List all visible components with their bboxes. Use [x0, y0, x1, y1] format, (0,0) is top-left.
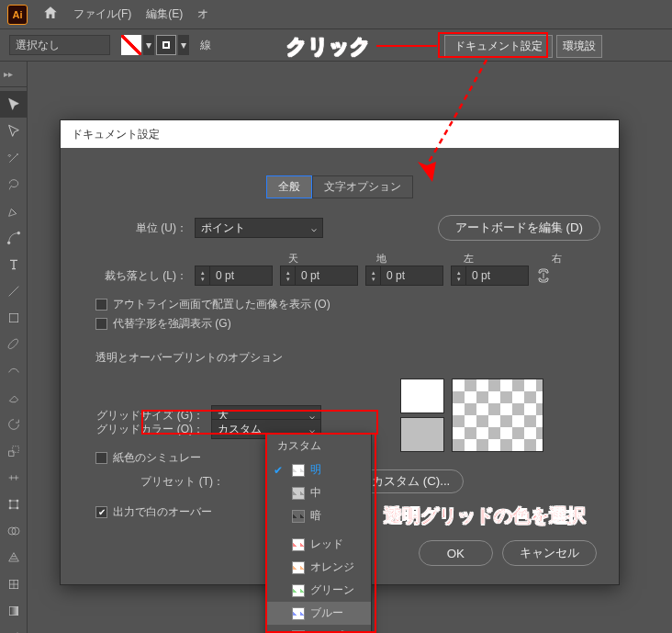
highlight-alt-glyphs-label: 代替字形を強調表示 (G): [113, 316, 231, 332]
swatch-icon: [292, 464, 305, 477]
annotation-click-label: クリック: [286, 33, 371, 61]
highlight-alt-glyphs-checkbox-row[interactable]: 代替字形を強調表示 (G): [95, 316, 600, 332]
svg-point-7: [17, 500, 18, 502]
free-transform-tool-icon[interactable]: [0, 491, 28, 517]
unit-dropdown[interactable]: ポイント⌵: [195, 218, 323, 238]
popup-option-light[interactable]: ✔明: [266, 458, 371, 481]
popup-option-dark[interactable]: 暗: [266, 504, 371, 527]
menubar: Ai ファイル(F) 編集(E) オ: [0, 0, 672, 29]
bleed-left-label: 左: [425, 252, 513, 266]
link-icon[interactable]: [536, 266, 551, 286]
menu-edit[interactable]: 編集(E): [146, 6, 183, 22]
bleed-right-label: 右: [513, 252, 601, 266]
menu-object-partial[interactable]: オ: [197, 6, 208, 22]
popup-option-orange[interactable]: オレンジ: [266, 556, 371, 579]
popup-option-medium[interactable]: 中: [266, 481, 371, 504]
type-tool-icon[interactable]: [0, 251, 28, 277]
bleed-left-input[interactable]: ▴▾0 pt: [365, 266, 443, 286]
tab-general[interactable]: 全般: [266, 175, 312, 198]
simulate-paper-label: 紙色のシミュレー: [113, 450, 201, 466]
rotate-tool-icon[interactable]: [0, 411, 28, 437]
annotation-arrow-line: [376, 45, 437, 47]
width-tool-icon[interactable]: [0, 464, 28, 491]
popup-option-purple[interactable]: パープル: [266, 625, 371, 633]
dialog-tabs: 全般 文字オプション: [79, 175, 600, 198]
grid-color-popup: カスタム ✔明 中 暗 レッド オレンジ グリーン ブルー パープル: [265, 433, 372, 633]
output-white-overprint-label: 出力で白のオーバー: [113, 504, 212, 520]
bleed-right-input[interactable]: ▴▾0 pt: [451, 266, 529, 286]
swatch-icon: [292, 584, 305, 597]
popup-option-blue[interactable]: ブルー: [266, 602, 371, 625]
shaper-tool-icon[interactable]: [0, 357, 28, 384]
bleed-bottom-input[interactable]: ▴▾0 pt: [280, 266, 358, 286]
svg-point-8: [9, 507, 11, 509]
preset-label: プリセット (T)：: [79, 474, 224, 490]
swatch-icon: [292, 561, 305, 574]
magic-wand-tool-icon[interactable]: [0, 144, 28, 171]
popup-option-red[interactable]: レッド: [266, 533, 371, 556]
swatch-icon: [292, 510, 305, 523]
bleed-headers: 天 地 左 右: [250, 252, 600, 266]
ok-button[interactable]: OK: [419, 540, 493, 566]
app-logo-icon: Ai: [7, 5, 28, 25]
popup-option-green[interactable]: グリーン: [266, 579, 371, 602]
svg-rect-2: [9, 313, 17, 322]
fill-dropdown-icon[interactable]: ▾: [143, 35, 154, 55]
annotation-select-grid-color: 透明グリッドの色を選択: [384, 503, 586, 528]
edit-artboards-button[interactable]: アートボードを編集 (D): [438, 215, 600, 241]
swatch-icon: [292, 607, 305, 620]
svg-rect-13: [9, 606, 17, 615]
dialog-title: ドキュメント設定: [61, 120, 619, 148]
line-tool-icon[interactable]: [0, 277, 28, 304]
tool-panel: [0, 87, 28, 633]
bleed-bottom-label: 地: [338, 252, 426, 266]
stroke-swatch[interactable]: [156, 35, 176, 55]
stroke-dropdown-icon[interactable]: ▾: [178, 35, 189, 55]
transparency-color-2[interactable]: [400, 417, 444, 452]
svg-point-1: [17, 232, 20, 234]
svg-rect-5: [10, 501, 17, 508]
popup-header: カスタム: [266, 434, 371, 458]
fill-swatch[interactable]: [121, 35, 141, 55]
svg-rect-4: [13, 446, 19, 452]
curvature-tool-icon[interactable]: [0, 224, 28, 251]
show-outline-images-checkbox-row[interactable]: アウトライン画面で配置した画像を表示 (O): [95, 297, 600, 312]
bleed-top-label: 天: [250, 252, 338, 266]
lasso-tool-icon[interactable]: [0, 171, 28, 198]
gradient-tool-icon[interactable]: [0, 597, 28, 624]
eyedropper-tool-icon[interactable]: [0, 624, 28, 633]
swatch-icon: [292, 487, 305, 500]
selection-tool-icon[interactable]: [0, 91, 28, 118]
scale-tool-icon[interactable]: [0, 437, 28, 464]
svg-point-6: [9, 500, 11, 502]
bleed-top-input[interactable]: ▴▾0 pt: [195, 266, 273, 286]
home-icon[interactable]: [42, 5, 59, 24]
preferences-button-partial[interactable]: 環境設: [556, 35, 602, 58]
pen-tool-icon[interactable]: [0, 198, 28, 224]
rectangle-tool-icon[interactable]: [0, 304, 28, 331]
svg-point-0: [7, 242, 10, 244]
checkbox-icon: [95, 318, 107, 330]
stroke-label-partial: 線: [200, 38, 211, 53]
shape-builder-tool-icon[interactable]: [0, 517, 28, 544]
transparency-color-1[interactable]: [400, 379, 444, 413]
swatch-icon: [292, 630, 305, 634]
annotation-arrow-icon: [395, 55, 514, 184]
paintbrush-tool-icon[interactable]: [0, 331, 28, 357]
chevron-down-icon: ⌵: [311, 223, 317, 233]
menu-file[interactable]: ファイル(F): [73, 6, 131, 22]
eraser-tool-icon[interactable]: [0, 384, 28, 411]
swatch-icon: [292, 538, 305, 551]
mesh-tool-icon[interactable]: [0, 571, 28, 597]
selection-display[interactable]: 選択なし: [9, 35, 110, 55]
perspective-grid-tool-icon[interactable]: [0, 544, 28, 571]
tool-panel-grip[interactable]: ▸▸: [0, 62, 28, 87]
custom-preset-button[interactable]: カスタム (C)...: [358, 469, 464, 493]
checkbox-checked-icon: ✔: [95, 506, 107, 518]
show-outline-images-label: アウトライン画面で配置した画像を表示 (O): [113, 297, 330, 312]
direct-selection-tool-icon[interactable]: [0, 118, 28, 144]
svg-point-9: [17, 507, 18, 509]
unit-label: 単位 (U)：: [79, 220, 187, 236]
bleed-label: 裁ち落とし (L)：: [79, 268, 187, 284]
cancel-button[interactable]: キャンセル: [502, 540, 597, 566]
